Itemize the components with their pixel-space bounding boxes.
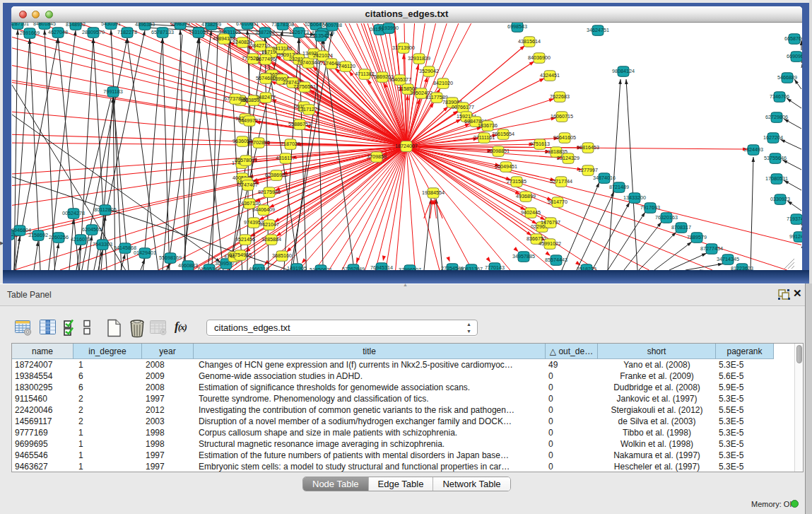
svg-text:85574443: 85574443 [545,257,567,263]
svg-text:2421024: 2421024 [313,52,333,59]
svg-text:17080531: 17080531 [765,175,788,182]
svg-text:55886753: 55886753 [288,121,311,127]
svg-text:34957885: 34957885 [512,253,535,259]
svg-text:18724007: 18724007 [395,143,418,149]
svg-text:5466889: 5466889 [777,74,797,81]
svg-text:4216073: 4216073 [71,236,90,243]
svg-text:29946804: 29946804 [11,227,31,233]
svg-text:96405377: 96405377 [389,76,411,83]
svg-text:1277997: 1277997 [578,167,598,173]
svg-text:5240824: 5240824 [233,39,252,45]
svg-text:73178108: 73178108 [271,23,294,28]
svg-text:32931839: 32931839 [408,55,430,62]
svg-text:3685160: 3685160 [272,252,292,259]
svg-text:9421047: 9421047 [259,221,279,228]
svg-text:1627204: 1627204 [763,134,783,141]
svg-text:5009788: 5009788 [322,23,342,28]
svg-text:67010651: 67010651 [236,23,259,27]
svg-text:4936899: 4936899 [516,193,536,199]
svg-text:7543303: 7543303 [93,241,112,247]
svg-text:25135427: 25135427 [310,33,332,39]
svg-text:7889579: 7889579 [687,234,707,240]
svg-text:4324451: 4324451 [540,72,560,78]
svg-text:65787133: 65787133 [151,29,174,35]
svg-text:6193990: 6193990 [379,25,399,31]
svg-text:3529042: 3529042 [419,68,439,74]
svg-text:28809570: 28809570 [82,29,105,35]
svg-text:76945314: 76945314 [370,264,393,270]
svg-text:00524278: 00524278 [62,210,85,216]
svg-text:71756551: 71756551 [293,83,316,90]
svg-text:81754965: 81754965 [229,252,252,258]
svg-text:52717744: 52717744 [550,178,572,185]
svg-text:4627048: 4627048 [48,29,68,35]
svg-text:34714345: 34714345 [717,256,739,262]
svg-text:27111161: 27111161 [473,134,495,141]
svg-text:0330923: 0330923 [770,196,790,202]
svg-text:76320163: 76320163 [655,214,678,221]
svg-text:7622683: 7622683 [550,93,570,100]
svg-text:6658760: 6658760 [784,35,802,42]
svg-text:3387262: 3387262 [255,29,275,35]
svg-text:6690967: 6690967 [787,53,802,59]
svg-text:8721489: 8721489 [609,184,629,190]
svg-text:62702895: 62702895 [247,139,270,146]
svg-text:45991022: 45991022 [539,240,561,247]
svg-text:8708317: 8708317 [671,224,691,230]
svg-text:1031051: 1031051 [189,29,208,35]
svg-text:7917693: 7917693 [640,204,660,211]
svg-text:96641605: 96641605 [553,134,576,141]
svg-text:5430391: 5430391 [101,23,121,27]
svg-text:55698169: 55698169 [159,255,182,261]
svg-text:56049451: 56049451 [495,163,517,170]
svg-text:82175946: 82175946 [258,189,281,195]
svg-text:1746120: 1746120 [336,63,355,69]
svg-text:6204505: 6204505 [82,226,102,233]
svg-text:8148932: 8148932 [66,23,86,28]
svg-text:1836736: 1836736 [478,122,498,129]
svg-text:13433200: 13433200 [623,194,646,201]
svg-text:3747407: 3747407 [238,182,258,188]
svg-text:74367136: 74367136 [238,200,261,206]
svg-text:5814770: 5814770 [548,199,567,205]
svg-text:04499727: 04499727 [238,117,261,124]
svg-text:5098393: 5098393 [170,23,190,27]
svg-text:81223623: 81223623 [731,265,753,270]
svg-text:53287101: 53287101 [11,23,29,27]
svg-text:84036900: 84036900 [528,54,551,61]
svg-text:67737826: 67737826 [224,95,247,102]
svg-text:19384554: 19384554 [422,189,445,196]
svg-text:23124329: 23124329 [557,155,579,161]
svg-text:5674680: 5674680 [256,75,276,81]
svg-text:7193745: 7193745 [787,216,802,222]
svg-text:7182278: 7182278 [117,29,137,35]
svg-text:1491905: 1491905 [287,265,307,270]
svg-text:4316117: 4316117 [276,155,295,161]
svg-text:6998543: 6998543 [507,23,527,30]
svg-text:9521456: 9521456 [235,236,255,243]
svg-text:43815614: 43815614 [518,38,541,45]
svg-text:4738299: 4738299 [201,23,221,28]
svg-text:34624751: 34624751 [587,27,609,33]
svg-text:7346706: 7346706 [770,93,789,100]
svg-text:3482477: 3482477 [256,94,276,100]
svg-text:3709859: 3709859 [367,153,387,160]
svg-text:3285884: 3285884 [261,236,281,243]
svg-text:3158692: 3158692 [28,232,48,238]
svg-text:84801845: 84801845 [33,23,56,27]
svg-text:79740344: 79740344 [297,59,319,66]
svg-text:4896383: 4896383 [135,23,155,28]
svg-text:94406409: 94406409 [252,206,275,213]
svg-text:7770143: 7770143 [485,264,505,270]
svg-text:96816453: 96816453 [577,144,599,151]
svg-text:34874016: 34874016 [593,175,616,181]
svg-text:2731585: 2731585 [507,178,526,185]
svg-text:1476797: 1476797 [541,219,560,226]
svg-text:2260256: 2260256 [49,234,69,240]
svg-text:13171274: 13171274 [298,106,320,112]
svg-text:9912419: 9912419 [789,233,802,240]
svg-text:31713900: 31713900 [392,45,415,51]
svg-text:1824493: 1824493 [743,146,763,153]
svg-text:28098851: 28098851 [487,148,510,154]
svg-text:16060715: 16060715 [551,113,573,119]
